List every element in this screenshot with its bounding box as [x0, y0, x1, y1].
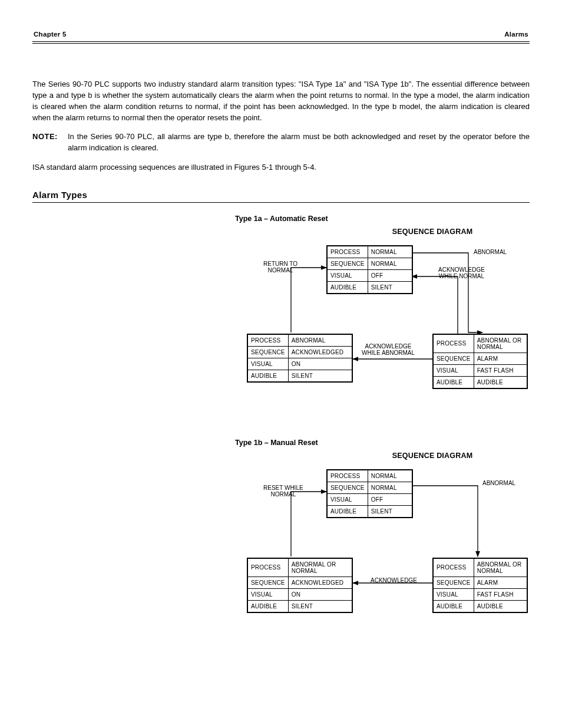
- edge-abnormal-b: ABNORMAL: [482, 480, 515, 487]
- page: { "header": { "left": "Chapter 5", "righ…: [0, 0, 562, 728]
- body: The Series 90-70 PLC supports two indust…: [32, 44, 530, 639]
- note-label: NOTE:: [32, 131, 68, 154]
- edge-return: RETURN TONORMAL: [263, 261, 297, 274]
- section-alarm-types: Alarm Types: [32, 190, 530, 203]
- edge-ack-b: ACKNOWLEDGE: [371, 577, 417, 584]
- header-right: Alarms: [504, 31, 528, 38]
- edge-reset: RESET WHILENORMAL: [263, 485, 303, 498]
- type1a-top-state: PROCESSNORMAL SEQUENCENORMAL VISUALOFF A…: [326, 245, 413, 294]
- header-left: Chapter 5: [34, 31, 67, 38]
- sequence-type1a: Type 1a – Automatic Reset SEQUENCE DIAGR…: [235, 215, 530, 415]
- edge-abnormal: ABNORMAL: [474, 249, 507, 256]
- type1a-right-state: PROCESSABNORMAL OR NORMAL SEQUENCEALARM …: [432, 334, 528, 389]
- type1b-top-state: PROCESSNORMAL SEQUENCENORMAL VISUALOFF A…: [326, 469, 413, 518]
- sequence-type1b: Type 1b – Manual Reset SEQUENCE DIAGRAM: [235, 439, 530, 639]
- intro-p1: The Series 90-70 PLC supports two indust…: [32, 79, 530, 123]
- page-header: Chapter 5 Alarms: [32, 31, 530, 44]
- type1a-title: SEQUENCE DIAGRAM: [335, 228, 530, 236]
- type1b-right-state: PROCESSABNORMAL OR NORMAL SEQUENCEALARM …: [432, 558, 528, 613]
- note: NOTE: In the Series 90-70 PLC, all alarm…: [32, 131, 530, 154]
- type1a-label: Type 1a – Automatic Reset: [235, 215, 530, 223]
- type1b-label: Type 1b – Manual Reset: [235, 439, 530, 447]
- type1b-left-state: PROCESSABNORMAL OR NORMAL SEQUENCEACKNOW…: [247, 558, 353, 613]
- edge-acknorm: ACKNOWLEDGEWHILE NORMAL: [438, 266, 485, 280]
- edge-ackabn: ACKNOWLEDGEWHILE ABNORMAL: [362, 343, 415, 357]
- note-body: In the Series 90-70 PLC, all alarms are …: [68, 131, 530, 154]
- type1a-left-state: PROCESSABNORMAL SEQUENCEACKNOWLEDGED VIS…: [247, 334, 353, 383]
- type1b-title: SEQUENCE DIAGRAM: [335, 452, 530, 460]
- intro-p2: ISA standard alarm processing sequences …: [32, 162, 530, 173]
